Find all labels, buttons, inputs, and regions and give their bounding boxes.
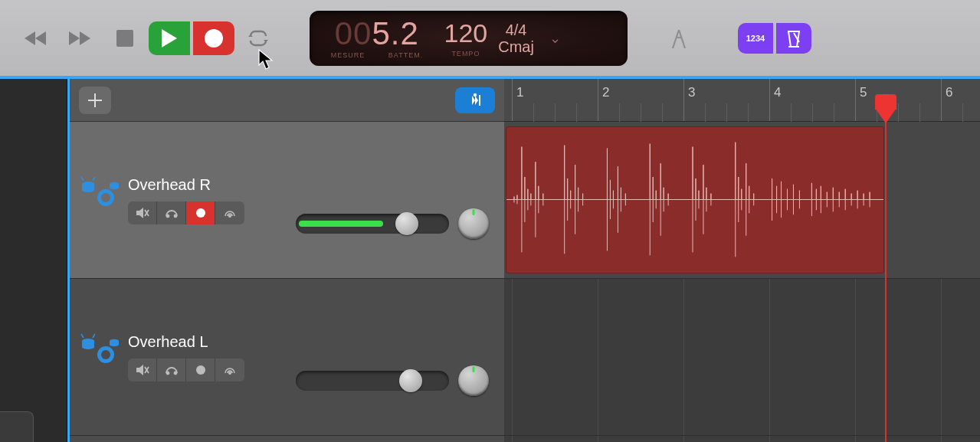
- svg-point-6: [82, 188, 94, 192]
- track-name-label: Overhead R: [128, 176, 287, 194]
- svg-point-8: [101, 193, 110, 202]
- rewind-button[interactable]: [15, 21, 57, 55]
- track-lane[interactable]: [504, 279, 980, 436]
- ruler[interactable]: 1 2 3 4 5 6: [504, 79, 980, 122]
- stop-button[interactable]: [104, 21, 146, 55]
- lcd-position[interactable]: 005.2 MESURE BATTEM.: [320, 18, 434, 59]
- volume-slider[interactable]: [296, 214, 449, 234]
- svg-rect-0: [116, 30, 133, 47]
- svg-point-18: [82, 345, 94, 349]
- volume-knob[interactable]: [399, 369, 422, 392]
- volume-fill: [299, 221, 383, 227]
- lcd-key[interactable]: Cmaj: [498, 38, 534, 55]
- cycle-button[interactable]: [238, 21, 279, 55]
- playhead-marker[interactable]: [875, 108, 896, 123]
- lcd-measure-prefix: 00: [335, 15, 372, 51]
- svg-point-13: [174, 215, 176, 218]
- right-toolbar-group: 1234: [738, 23, 811, 54]
- count-in-button[interactable]: 1234: [738, 23, 773, 54]
- audio-region-recording[interactable]: [506, 126, 884, 273]
- tuner-button[interactable]: [658, 21, 700, 55]
- track-lanes: [504, 122, 980, 442]
- pan-knob[interactable]: [458, 365, 489, 396]
- pan-knob[interactable]: [458, 208, 489, 239]
- svg-point-27: [229, 372, 231, 375]
- mute-button[interactable]: [128, 359, 157, 381]
- playhead-line[interactable]: [885, 122, 887, 442]
- left-gutter: [0, 79, 67, 442]
- drumkit-icon: [80, 333, 119, 367]
- svg-point-14: [196, 208, 205, 218]
- svg-point-3: [474, 93, 477, 96]
- workspace: Overhead R: [0, 77, 980, 442]
- track-header[interactable]: Overhead L: [70, 279, 504, 436]
- ruler-mark: 1: [516, 85, 523, 100]
- input-monitor-button[interactable]: [215, 201, 244, 224]
- solo-button[interactable]: [157, 201, 186, 224]
- svg-point-25: [174, 372, 176, 375]
- lcd-tempo-label: TEMPO: [444, 50, 488, 57]
- record-enable-button[interactable]: [186, 201, 215, 224]
- ruler-mark: 4: [774, 85, 781, 100]
- ruler-mark: 6: [946, 85, 952, 100]
- lcd-dropdown-chevron-icon[interactable]: ⌄: [545, 30, 561, 47]
- ruler-mark: 5: [860, 85, 867, 100]
- track-header[interactable]: Overhead R: [70, 122, 504, 279]
- transport-controls: [15, 21, 279, 55]
- track-headers-column: Overhead R: [67, 79, 504, 442]
- mute-button[interactable]: [128, 201, 157, 224]
- count-in-label: 1234: [746, 34, 765, 43]
- record-button[interactable]: [193, 21, 234, 55]
- record-enable-button[interactable]: [186, 359, 215, 381]
- track-mini-buttons: [128, 201, 287, 224]
- input-monitor-button[interactable]: [215, 359, 244, 381]
- ruler-mark: 2: [602, 85, 609, 100]
- lcd-measure-main: 5.2: [372, 15, 418, 51]
- lcd-signature-section[interactable]: 4/4 Cmaj: [498, 21, 534, 55]
- ruler-mark: 3: [688, 85, 695, 100]
- arrange-area[interactable]: 1 2 3 4 5 6: [504, 79, 980, 442]
- lcd-tempo-section[interactable]: 120 TEMPO: [444, 18, 488, 57]
- lcd-measure-label: MESURE: [320, 51, 375, 59]
- svg-point-1: [205, 29, 223, 47]
- forward-button[interactable]: [60, 21, 101, 55]
- drumkit-icon: [80, 176, 119, 210]
- lcd-beat-label: BATTEM.: [379, 51, 434, 59]
- metronome-button[interactable]: [776, 23, 811, 54]
- lcd-display[interactable]: 005.2 MESURE BATTEM. 120 TEMPO 4/4 Cmaj …: [310, 11, 628, 66]
- lcd-tempo-value[interactable]: 120: [444, 18, 488, 48]
- svg-point-24: [166, 372, 169, 375]
- volume-knob[interactable]: [395, 212, 418, 235]
- track-name-label: Overhead L: [128, 333, 287, 351]
- svg-rect-2: [479, 95, 480, 106]
- track-mini-buttons: [128, 359, 287, 381]
- svg-point-15: [229, 215, 231, 218]
- catch-playhead-button[interactable]: [455, 87, 495, 113]
- svg-point-23: [110, 343, 119, 346]
- play-button[interactable]: [149, 21, 190, 55]
- solo-button[interactable]: [157, 359, 186, 381]
- svg-point-20: [101, 350, 110, 359]
- bottom-corner-stub: [0, 411, 34, 442]
- volume-slider[interactable]: [296, 371, 449, 391]
- add-track-button[interactable]: [79, 87, 111, 114]
- lcd-timesig[interactable]: 4/4: [498, 21, 534, 38]
- svg-point-12: [166, 215, 169, 218]
- svg-point-11: [110, 186, 119, 189]
- svg-point-26: [196, 365, 205, 375]
- track-lane[interactable]: [504, 122, 980, 279]
- track-header-toolbar: [70, 79, 504, 122]
- main-toolbar: 005.2 MESURE BATTEM. 120 TEMPO 4/4 Cmaj …: [0, 0, 980, 77]
